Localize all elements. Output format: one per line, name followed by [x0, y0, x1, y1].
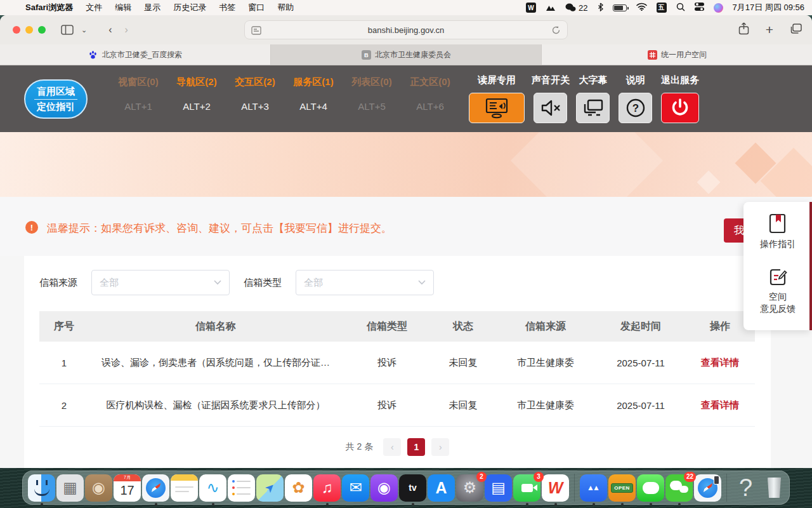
dock-item-iphone-mirroring[interactable]	[694, 474, 721, 502]
big-caption-label: 大字幕	[579, 74, 608, 86]
zone-list[interactable]: 列表区(0) ALT+5	[343, 65, 401, 132]
safari-window: ⌄ ‹ › banshi.beijing.gov.cn +	[0, 15, 812, 468]
new-tab-button[interactable]: +	[766, 22, 773, 37]
battery-icon[interactable]	[613, 4, 627, 11]
bluetooth-icon[interactable]	[598, 3, 603, 13]
instructions-button[interactable]: ?	[619, 93, 652, 123]
sound-toggle-button[interactable]	[534, 93, 567, 123]
dock-item-app-store[interactable]: A	[428, 474, 455, 502]
fullscreen-window-button[interactable]	[38, 26, 46, 34]
zone-body-text[interactable]: 正文区(0) ALT+6	[401, 65, 459, 132]
help-icon: ?	[625, 98, 646, 118]
dock-item-freeform[interactable]: ∿	[199, 474, 226, 502]
running-indicator	[155, 503, 157, 505]
close-window-button[interactable]	[13, 26, 20, 34]
dock-item-calendar[interactable]: 7月17	[114, 474, 141, 502]
menu-app-name[interactable]: Safari浏览器	[19, 2, 79, 13]
tab-bar: 北京市卫健委_百度搜索 B 北京市卫生健康委员会 统一用户空间	[0, 44, 812, 65]
back-button[interactable]: ‹	[102, 24, 118, 36]
menu-bookmarks[interactable]: 书签	[213, 2, 242, 13]
zone-service[interactable]: 服务区(1) ALT+4	[284, 65, 343, 132]
sidebar-toggle-button[interactable]	[61, 25, 74, 35]
dock-item-wechat[interactable]: 22	[665, 474, 693, 502]
zone-viewport[interactable]: 视窗区(0) ALT+1	[109, 65, 167, 132]
spotlight-search-icon[interactable]	[676, 3, 685, 13]
sidebar-chevron-icon[interactable]: ⌄	[75, 26, 93, 34]
wps-status-icon[interactable]: W	[526, 3, 536, 13]
zone-navigation[interactable]: 导航区(2) ALT+2	[167, 65, 226, 132]
tab-user-space[interactable]: 统一用户空间	[542, 44, 812, 65]
wechat-status-icon[interactable]: 22	[565, 3, 587, 13]
screen-reader-label: 读屏专用	[478, 74, 516, 86]
dock-item-photos[interactable]: ✿	[285, 474, 312, 502]
reload-button[interactable]	[551, 25, 561, 37]
tab-label: 北京市卫健委_百度搜索	[102, 50, 183, 60]
menu-edit[interactable]: 编辑	[108, 2, 138, 13]
control-center-icon[interactable]	[695, 3, 704, 13]
menu-history[interactable]: 历史记录	[167, 2, 213, 13]
wechat-unread-count: 22	[579, 3, 587, 13]
dock-item-film-app[interactable]: ▤	[485, 474, 512, 502]
dock-item-trash[interactable]	[761, 474, 788, 502]
next-page-button[interactable]: ›	[431, 438, 449, 456]
big-caption-button[interactable]	[576, 93, 610, 123]
mailbox-type-select[interactable]: 全部	[296, 270, 434, 295]
chevron-down-icon	[214, 280, 221, 285]
svg-text:?: ?	[632, 102, 638, 114]
current-page-button[interactable]: 1	[407, 438, 425, 456]
dock-item-apple-tv[interactable]: tv	[399, 474, 426, 502]
dock-item-launchpad[interactable]: ▦	[56, 474, 84, 502]
prev-page-button[interactable]: ‹	[383, 438, 401, 456]
zone-interaction[interactable]: 交互区(2) ALT+3	[226, 65, 284, 132]
dock-item-podcasts[interactable]: ◉	[370, 474, 398, 502]
dock-item-contacts[interactable]: ◉	[85, 474, 112, 502]
dock-item-mail[interactable]: ✉	[342, 474, 369, 502]
dock: ▦◉7月17∿➤✿♫✉◉tvA⚙2▤3W▲▲OPEN22?	[22, 471, 790, 505]
dock-item-messages[interactable]	[637, 474, 664, 502]
dock-divider	[574, 474, 575, 502]
mailbox-source-select[interactable]: 全部	[91, 270, 230, 295]
forward-button[interactable]: ›	[119, 24, 134, 36]
blind-zone-guide-button[interactable]: 盲用区域 定位指引	[24, 79, 88, 119]
dock-item-unknown-app[interactable]: ?	[732, 474, 759, 502]
dock-item-wps-office[interactable]: W	[542, 474, 569, 502]
dock-item-music[interactable]: ♫	[313, 474, 341, 502]
menu-window[interactable]: 窗口	[242, 2, 271, 13]
menu-bar-clock[interactable]: 7月17日 周四 09:56	[733, 2, 804, 13]
operation-guide-item[interactable]: 操作指引	[760, 213, 796, 251]
tab-label: 北京市卫生健康委员会	[375, 50, 451, 60]
dock-divider	[726, 474, 727, 502]
minimize-window-button[interactable]	[25, 26, 33, 34]
dock-item-maps[interactable]: ➤	[256, 474, 284, 502]
view-detail-link[interactable]: 查看详情	[701, 399, 739, 410]
address-bar[interactable]: banshi.beijing.gov.cn	[244, 20, 568, 39]
dock-item-facetime[interactable]: 3	[513, 474, 540, 502]
tab-overview-button[interactable]	[790, 23, 802, 37]
dock-item-notes[interactable]	[171, 474, 198, 502]
menu-help[interactable]: 帮助	[271, 2, 300, 13]
dock-item-safari[interactable]	[142, 474, 169, 502]
dock-item-reminders[interactable]	[228, 474, 255, 502]
tab-baidu-search[interactable]: 北京市卫健委_百度搜索	[0, 44, 271, 65]
wifi-icon[interactable]	[636, 3, 647, 13]
dock-item-tencent-meeting[interactable]: ▲▲	[580, 474, 607, 502]
share-button[interactable]	[738, 22, 749, 37]
power-icon	[670, 98, 690, 118]
exit-service-button[interactable]	[661, 93, 699, 123]
menu-view[interactable]: 显示	[138, 2, 167, 13]
view-detail-link[interactable]: 查看详情	[701, 357, 739, 368]
collapsed-panel-stripe[interactable]	[809, 202, 812, 330]
tab-health-commission[interactable]: B 北京市卫生健康委员会	[271, 44, 542, 65]
siri-icon[interactable]	[714, 3, 723, 13]
operation-guide-label: 操作指引	[760, 238, 796, 251]
dock-item-open-shop-app[interactable]: OPEN	[608, 474, 636, 502]
reader-icon[interactable]	[251, 25, 261, 37]
dock-item-system-settings[interactable]: ⚙2	[456, 474, 483, 502]
meeting-status-icon[interactable]	[546, 3, 556, 12]
guide-label-line2: 定位指引	[37, 100, 75, 113]
space-feedback-item[interactable]: 空间意见反馈	[760, 267, 796, 316]
dock-item-finder[interactable]	[28, 474, 55, 502]
screen-reader-button[interactable]	[469, 93, 525, 123]
input-method-icon[interactable]: 五	[657, 3, 667, 13]
menu-file[interactable]: 文件	[79, 2, 108, 13]
